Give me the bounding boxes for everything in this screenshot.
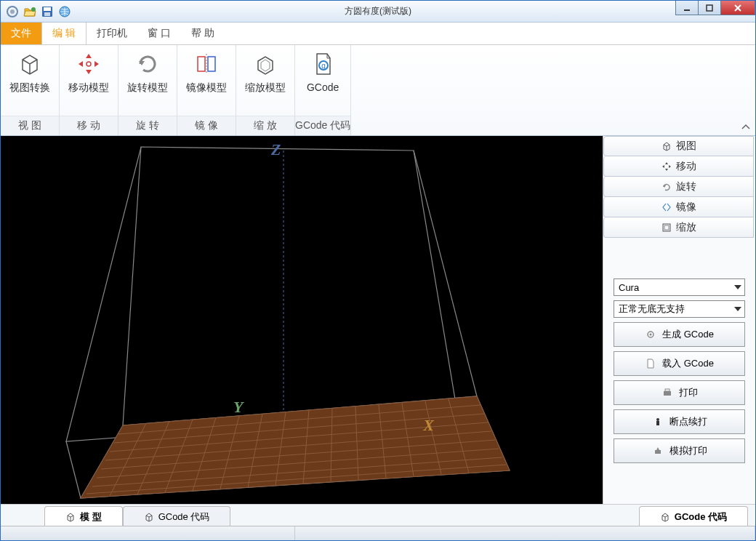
print-button[interactable]: 打印: [614, 380, 745, 405]
rotate-model-button[interactable]: 旋转模型: [118, 48, 177, 116]
svg-point-54: [656, 418, 659, 421]
svg-point-2: [31, 7, 36, 12]
accordion-move[interactable]: 移动: [603, 156, 754, 177]
ribbon-group-scale-label: 缩 放: [236, 116, 294, 135]
profile-select[interactable]: 正常无底无支持: [614, 300, 745, 318]
close-button[interactable]: [720, 1, 755, 15]
scale-small-icon: [662, 223, 672, 233]
gear-icon: [645, 329, 656, 340]
accordion-view[interactable]: 视图: [603, 136, 754, 156]
cube-small-icon: [662, 141, 672, 151]
svg-rect-55: [655, 450, 661, 454]
svg-rect-53: [665, 389, 669, 391]
scale-cube-icon: [252, 51, 278, 77]
move-model-button[interactable]: 移动模型: [60, 48, 118, 116]
accordion-scale[interactable]: 缩放: [603, 217, 754, 238]
cube-small-icon: [144, 512, 154, 522]
printer-icon: [662, 387, 673, 398]
tab-gcode-right[interactable]: GCode 代码: [639, 506, 748, 526]
svg-point-51: [650, 334, 652, 336]
right-side-panel: 视图 移动 旋转 镜像 缩放 Cura 正常无底无支持 生成 GCode 载入 …: [603, 136, 755, 504]
ribbon-group-move-label: 移 动: [60, 116, 118, 135]
resume-icon: [652, 416, 664, 428]
scale-model-button[interactable]: 缩放模型: [236, 48, 294, 116]
generate-gcode-button[interactable]: 生成 GCode: [614, 322, 745, 347]
ribbon-group-rotate-label: 旋 转: [118, 116, 177, 135]
bottom-tab-bar: 模 型 GCode 代码 GCode 代码: [1, 504, 755, 526]
window-title: 方圆有度(测试版): [345, 5, 411, 17]
app-icon[interactable]: [5, 4, 20, 19]
axis-y-label: Y: [233, 398, 243, 417]
svg-point-11: [87, 62, 91, 66]
move-small-icon: [662, 161, 672, 172]
axis-x-label: X: [423, 416, 434, 435]
svg-rect-4: [44, 7, 51, 11]
menu-file[interactable]: 文件: [1, 23, 41, 44]
rotate-small-icon: [662, 182, 672, 192]
svg-point-1: [10, 9, 15, 14]
tab-model[interactable]: 模 型: [44, 506, 123, 526]
move-arrows-icon: [76, 51, 102, 77]
status-bar: [1, 526, 755, 540]
3d-viewport[interactable]: X Y Z: [1, 136, 603, 504]
menubar: 文件 编 辑 打印机 窗 口 帮 助: [1, 23, 755, 45]
cube-small-icon: [65, 512, 76, 522]
ribbon-group-mirror-label: 镜 像: [177, 116, 236, 135]
svg-line-18: [414, 151, 477, 396]
ribbon-group-view-label: 视 图: [1, 116, 59, 135]
cube-small-icon: [660, 512, 670, 522]
mirror-small-icon: [662, 202, 672, 212]
ribbon-collapse-icon[interactable]: [741, 122, 751, 132]
mirror-model-button[interactable]: 镜像模型: [177, 48, 236, 116]
menu-printer[interactable]: 打印机: [87, 23, 137, 44]
accordion-rotate[interactable]: 旋转: [603, 177, 754, 197]
mirror-icon: [193, 51, 220, 77]
svg-rect-5: [44, 12, 50, 16]
ribbon-toolbar: 视图转换 视 图 移动模型 移 动 旋转模型 旋 转: [1, 45, 755, 136]
svg-rect-12: [198, 57, 205, 71]
file-icon: [645, 358, 656, 369]
menu-edit[interactable]: 编 辑: [41, 23, 87, 44]
svg-line-20: [66, 441, 81, 498]
menu-help[interactable]: 帮 助: [181, 23, 225, 44]
cube-icon: [17, 51, 43, 77]
titlebar: 方圆有度(测试版): [1, 1, 755, 23]
ribbon-group-gcode-label: GCode 代码: [295, 116, 350, 135]
gcode-button[interactable]: g GCode: [298, 48, 347, 116]
slicer-select[interactable]: Cura: [614, 278, 745, 296]
svg-text:g: g: [321, 62, 326, 70]
load-gcode-button[interactable]: 载入 GCode: [614, 351, 745, 376]
gcode-file-icon: g: [310, 51, 336, 77]
rotate-icon: [134, 51, 161, 77]
svg-rect-52: [664, 391, 671, 396]
globe-icon[interactable]: [57, 4, 72, 19]
accordion-mirror[interactable]: 镜像: [603, 197, 754, 217]
menu-window[interactable]: 窗 口: [137, 23, 181, 44]
maximize-button[interactable]: [698, 1, 721, 15]
tab-gcode[interactable]: GCode 代码: [123, 506, 231, 526]
save-icon[interactable]: [40, 4, 55, 19]
caret-down-icon: [734, 307, 741, 311]
caret-down-icon: [734, 285, 741, 289]
view-transform-button[interactable]: 视图转换: [1, 48, 59, 116]
axis-z-label: Z: [271, 140, 281, 159]
minimize-button[interactable]: [675, 1, 699, 15]
resume-print-button[interactable]: 断点续打: [614, 409, 745, 434]
svg-rect-8: [707, 5, 712, 11]
svg-rect-13: [208, 57, 215, 71]
simulate-print-button[interactable]: 模拟打印: [614, 438, 745, 463]
svg-line-17: [123, 147, 141, 425]
svg-rect-49: [664, 225, 669, 230]
open-folder-icon[interactable]: [23, 4, 37, 19]
simulate-icon: [652, 445, 664, 457]
